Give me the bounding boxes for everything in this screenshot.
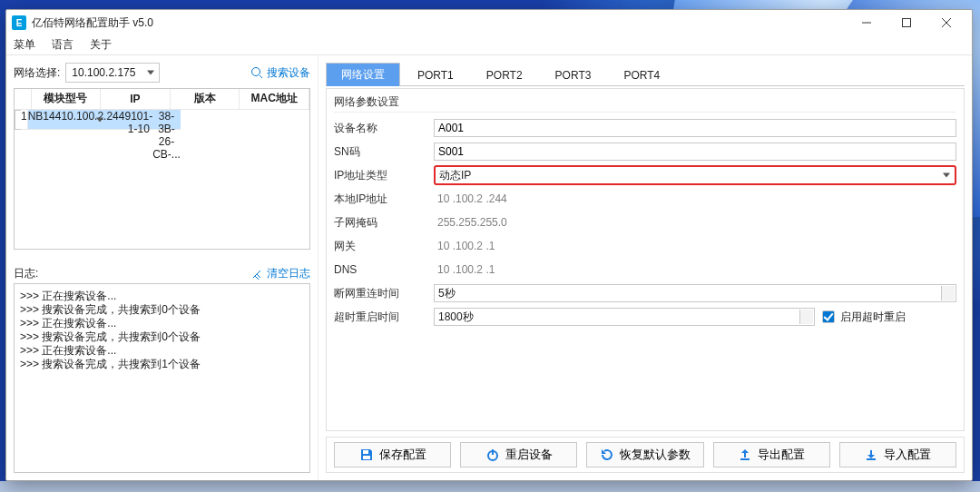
check-icon [822,310,835,323]
value-gw: 10 .100.2 .1 [434,240,495,252]
log-title: 日志: [14,266,38,281]
tab-network[interactable]: 网络设置 [326,63,400,86]
col-model: 模块型号 [31,89,101,109]
search-icon [250,66,263,79]
label-iptype: IP地址类型 [334,168,434,183]
checkbox-enable-reboot-label: 启用超时重启 [840,310,906,325]
close-button[interactable] [926,12,966,34]
cell-model: NB144 [28,110,62,130]
cell-index: 1 [21,110,28,130]
checkbox-enable-reboot[interactable]: 启用超时重启 [822,310,906,325]
cell-ip: 10.100.2.244 [61,110,124,130]
network-panel: 网络参数设置 设备名称 SN码 IP地址类型 动态IP 本地IP地址 [326,88,965,431]
tab-port3[interactable]: PORT3 [540,63,607,86]
network-select-value: 10.100.2.175 [72,66,135,79]
svg-rect-11 [867,458,876,460]
col-version: 版本 [170,89,240,109]
col-mac: MAC地址 [240,89,309,109]
network-select-label: 网络选择: [14,65,60,81]
save-icon [359,448,374,462]
label-mask: 子网掩码 [334,215,434,231]
log-line: >>> 搜索设备完成，共搜索到1个设备 [20,358,304,371]
svg-line-5 [260,75,262,78]
col-ip: IP [101,89,171,109]
table-row[interactable]: 1 NB144 10.100.2.244 9101-1-10 38-3B-26-… [15,110,109,130]
menu-item[interactable]: 语言 [52,37,74,53]
log-line: >>> 正在搜索设备... [20,290,304,303]
minimize-button[interactable] [847,12,887,34]
import-button[interactable]: 导入配置 [839,442,956,467]
restore-button[interactable]: 恢复默认参数 [586,442,703,467]
menubar: 菜单 语言 关于 [6,35,972,55]
broom-icon [250,268,263,280]
svg-rect-1 [903,19,911,27]
label-reboot: 超时重启时间 [334,310,434,325]
export-icon [738,448,752,462]
log-line: >>> 搜索设备完成，共搜索到0个设备 [20,330,304,344]
section-title: 网络参数设置 [334,93,956,113]
label-devname: 设备名称 [334,121,434,136]
select-iptype-value: 动态IP [439,168,471,183]
menu-item[interactable]: 关于 [90,37,112,53]
restart-button[interactable]: 重启设备 [460,442,577,467]
import-icon [864,448,878,462]
input-reconn[interactable]: 5秒 [434,284,956,302]
action-bar: 保存配置 重启设备 恢复默认参数 导出配置 导入配置 [326,437,965,473]
select-iptype[interactable]: 动态IP [434,165,956,185]
log-line: >>> 搜索设备完成，共搜索到0个设备 [20,303,304,317]
cell-mac: 38-3B-26-CB-... [152,110,181,130]
svg-point-4 [252,68,260,76]
restore-button-label: 恢复默认参数 [620,447,691,463]
col-index [15,89,31,109]
taskbar [0,481,980,492]
tab-strip: 网络设置 PORT1 PORT2 PORT3 PORT4 [326,63,965,86]
save-button-label: 保存配置 [379,447,426,463]
log-line: >>> 正在搜索设备... [20,317,304,330]
clear-log-label: 清空日志 [267,266,310,281]
label-gw: 网关 [334,239,434,254]
log-box[interactable]: >>> 正在搜索设备... >>> 搜索设备完成，共搜索到0个设备 >>> 正在… [14,283,310,473]
app-icon: E [12,15,26,30]
input-reboot-value: 1800秒 [438,310,474,325]
window-title: 亿佰特网络配置助手 v5.0 [32,15,153,31]
value-dns: 10 .100.2 .1 [434,263,495,276]
network-select[interactable]: 10.100.2.175 [65,63,160,83]
power-icon [485,448,500,462]
input-reconn-value: 5秒 [438,286,456,301]
search-devices-label: 搜索设备 [267,65,310,81]
export-button-label: 导出配置 [758,447,805,463]
label-reconn: 断网重连时间 [334,286,434,301]
export-button[interactable]: 导出配置 [713,442,830,467]
value-mask: 255.255.255.0 [434,216,507,229]
menu-item[interactable]: 菜单 [14,37,35,53]
tab-port2[interactable]: PORT2 [471,63,538,86]
input-reboot[interactable]: 1800秒 [434,308,815,326]
label-sn: SN码 [334,144,434,160]
value-localip: 10 .100.2 .244 [434,192,507,205]
search-devices-button[interactable]: 搜索设备 [250,65,310,81]
log-line: >>> 正在搜索设备... [20,344,304,358]
input-sn[interactable] [434,143,956,161]
save-button[interactable]: 保存配置 [334,442,451,467]
refresh-icon [600,448,614,462]
tab-port4[interactable]: PORT4 [608,63,675,86]
app-window: E 亿佰特网络配置助手 v5.0 菜单 语言 关于 网络选择: 10.100.2… [5,9,973,481]
restart-button-label: 重启设备 [505,447,553,463]
titlebar[interactable]: E 亿佰特网络配置助手 v5.0 [6,10,972,35]
clear-log-button[interactable]: 清空日志 [250,266,310,281]
maximize-button[interactable] [887,12,926,34]
svg-rect-6 [363,450,368,454]
svg-rect-10 [740,458,750,460]
device-table[interactable]: 模块型号 IP 版本 MAC地址 1 NB144 10.100.2.244 91… [14,88,310,250]
label-dns: DNS [334,263,434,276]
tab-port1[interactable]: PORT1 [402,63,469,86]
cell-version: 9101-1-10 [124,110,152,130]
import-button-label: 导入配置 [884,447,931,463]
label-localip: 本地IP地址 [334,192,434,207]
svg-rect-7 [363,456,370,459]
input-devname[interactable] [434,119,956,137]
